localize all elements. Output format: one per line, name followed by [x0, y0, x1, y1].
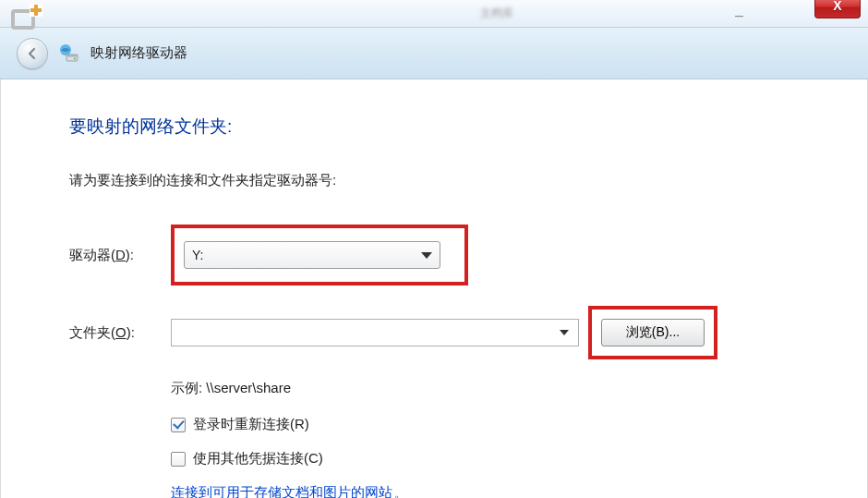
svg-rect-6 — [66, 55, 78, 57]
window-titlebar: 文档库 – X — [0, 0, 868, 28]
nav-bar: 映射网络驱动器 — [0, 28, 868, 79]
example-text: 示例: \\server\share — [171, 380, 812, 397]
folder-input[interactable] — [181, 325, 560, 340]
drive-combobox[interactable]: Y: — [184, 241, 440, 269]
page-heading: 要映射的网络文件夹: — [69, 115, 812, 139]
options-block: 示例: \\server\share 登录时重新连接(R) 使用其他凭据连接(C… — [171, 380, 812, 498]
back-arrow-icon — [25, 46, 40, 61]
corner-add-icon — [7, 2, 44, 35]
drive-value: Y: — [192, 248, 421, 262]
drive-highlight-box: Y: — [171, 225, 468, 285]
browse-highlight-box: 浏览(B)... — [588, 306, 717, 359]
drive-row: 驱动器(D): Y: — [69, 225, 812, 285]
othercred-checkbox[interactable] — [171, 452, 186, 467]
minimize-hint: – — [735, 7, 743, 24]
close-button[interactable]: X — [814, 0, 861, 18]
network-drive-icon — [59, 43, 79, 64]
browse-button[interactable]: 浏览(B)... — [601, 319, 705, 346]
chevron-down-icon — [421, 252, 432, 259]
svg-point-7 — [74, 57, 76, 59]
reconnect-row: 登录时重新连接(R) — [171, 416, 812, 433]
storage-website-link[interactable]: 连接到可用于存储文档和图片的网站 — [171, 484, 392, 498]
reconnect-label: 登录时重新连接(R) — [193, 416, 309, 433]
storage-link-row: 连接到可用于存储文档和图片的网站。 — [171, 484, 812, 498]
back-button[interactable] — [17, 38, 48, 69]
reconnect-checkbox[interactable] — [171, 418, 186, 432]
folder-row: 文件夹(O): 浏览(B)... — [69, 306, 812, 359]
chevron-down-icon — [560, 330, 569, 335]
folder-label: 文件夹(O): — [69, 324, 171, 342]
titlebar-blur-text: 文档库 — [480, 6, 582, 18]
folder-combobox[interactable] — [171, 319, 579, 346]
drive-label: 驱动器(D): — [69, 247, 171, 264]
content-panel: 要映射的网络文件夹: 请为要连接到的连接和文件夹指定驱动器号: 驱动器(D): … — [0, 79, 868, 498]
page-subheading: 请为要连接到的连接和文件夹指定驱动器号: — [69, 172, 812, 189]
othercred-label: 使用其他凭据连接(C) — [193, 450, 323, 468]
nav-title: 映射网络驱动器 — [90, 44, 187, 62]
othercred-row: 使用其他凭据连接(C) — [171, 450, 812, 468]
close-icon: X — [833, 0, 841, 13]
